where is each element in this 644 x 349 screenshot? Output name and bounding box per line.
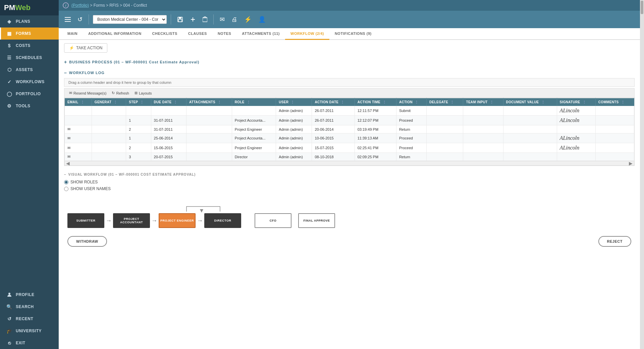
save-button[interactable] [175,15,185,24]
col-attachments[interactable]: ATTACHMENTS ⋮ [186,98,232,106]
info-icon[interactable]: i [63,2,69,8]
layouts-button[interactable]: ⊞ Layouts [132,90,154,96]
topbar: i (Portfolio) > Forms > RFIS > 004 - Con… [59,0,640,11]
delete-button[interactable] [201,15,209,24]
radio-show-roles[interactable] [64,180,68,184]
scrollbar-thumb[interactable] [641,1,643,14]
take-action-label: TAKE ACTION [76,46,102,50]
radio-show-users-text: SHOW USER NAMES [70,186,111,191]
business-process-header[interactable]: + BUSINESS PROCESS (01 – WF-000001 Cost … [64,59,635,65]
right-scrollbar[interactable] [640,0,644,349]
col-step[interactable]: STEP ⋮ [126,98,151,106]
radio-group: SHOW ROLES SHOW USER NAMES [64,180,635,191]
action-button[interactable]: ⚡ [242,14,254,24]
col-document-value[interactable]: DOCUMENT VALUE ⋮ [503,98,557,106]
workflows-icon: ✓ [6,79,13,84]
col-comments[interactable]: COMMENTS ⋮ [595,98,634,106]
refresh-icon: ↻ [112,91,115,95]
col-delegate[interactable]: DELEGATE ⋮ [427,98,463,106]
tab-attachments[interactable]: ATTACHMENTS (11) [236,28,285,40]
menu-button[interactable] [63,16,73,23]
search-icon: 🔍 [6,304,13,309]
col-email[interactable]: EMAIL ⋮ [65,98,92,106]
sidebar-item-search[interactable]: 🔍 SEARCH [0,301,59,313]
resend-messages-button[interactable]: ✉ Resend Message(s) [67,90,108,96]
workflow-log-header[interactable]: – WORKFLOW LOG [64,70,635,75]
wf-arrow-3: → [196,217,204,224]
sidebar-item-forms[interactable]: ▦ FORMS [0,27,59,40]
wf-node-director[interactable]: DIRECTOR [204,213,241,228]
add-button[interactable] [188,15,198,24]
col-role[interactable]: ROLE ⋮ [232,98,276,106]
tab-clauses[interactable]: CLAUSES [183,28,212,40]
radio-show-users-label[interactable]: SHOW USER NAMES [64,186,635,191]
sidebar-item-workflows[interactable]: ✓ WORKFLOWS [0,76,59,88]
sidebar-item-recent[interactable]: ↺ RECENT [0,313,59,325]
breadcrumb-portfolio[interactable]: (Portfolio) [71,3,89,8]
visual-workflow-section: – VISUAL WORKFLOW (01 – WF-000001 COST E… [64,173,635,260]
scroll-right-icon[interactable]: ▶ [628,161,634,166]
print-button[interactable]: 🖨 [229,15,239,24]
col-signature[interactable]: SIGNATURE ⋮ [557,98,595,106]
wf-node-final-approve[interactable]: FINAL APPROVE [298,213,335,228]
user-button[interactable]: 👤 [256,14,268,24]
wf-node-cfo[interactable]: CFO [255,213,291,228]
table-row: ✉125-06-2014Project Accounta...Admin (ad… [65,133,634,143]
refresh-button[interactable]: ↻ Refresh [110,90,131,96]
exit-icon: ⎋ [6,340,13,346]
sidebar-item-label: FORMS [16,31,31,36]
tab-checklists[interactable]: CHECKLISTS [147,28,183,40]
project-selector[interactable]: Boston Medical Center - 004 - Confl [93,15,167,24]
col-due-date[interactable]: DUE DATE ⋮ [151,98,186,106]
wf-actions-spacer [114,236,592,247]
sidebar-item-university[interactable]: 🎓 UNIVERSITY [0,325,59,337]
col-user[interactable]: USER ⋮ [276,98,312,106]
sidebar-item-schedules[interactable]: ☰ SCHEDULES [0,52,59,64]
sidebar-item-label: SEARCH [16,304,34,309]
withdraw-button[interactable]: WITHDRAW [67,236,107,247]
sidebar-item-label: EXIT [16,341,25,345]
content-area: ⚡ TAKE ACTION + BUSINESS PROCESS (01 – W… [59,40,640,349]
sidebar-item-plans[interactable]: ◈ PLANS [0,15,59,27]
svg-rect-6 [178,19,182,22]
schedules-icon: ☰ [6,55,13,60]
sidebar-item-assets[interactable]: ⬡ ASSETS [0,64,59,76]
sidebar-item-tools[interactable]: ⚙ TOOLS [0,100,59,112]
radio-show-roles-label[interactable]: SHOW ROLES [64,180,635,184]
layouts-icon: ⊞ [135,91,138,95]
reject-button[interactable]: REJECT [598,236,631,247]
sidebar-item-portfolio[interactable]: ◯ PORTFOLIO [0,88,59,100]
tab-notes[interactable]: NOTES [212,28,236,40]
wf-node-project-engineer[interactable]: PROJECT ENGINEER [159,213,196,228]
tab-additional[interactable]: ADDITIONAL INFORMATION [83,28,147,40]
tab-notifications[interactable]: NOTIFICATIONS (9) [329,28,377,40]
col-generat[interactable]: GENERAT ⋮ [92,98,126,106]
take-action-button[interactable]: ⚡ TAKE ACTION [64,43,107,53]
col-action[interactable]: ACTION ⋮ [396,98,426,106]
sidebar-item-label: WORKFLOWS [16,79,45,84]
recent-icon: ↺ [6,316,13,322]
take-action-container: ⚡ TAKE ACTION [64,43,635,53]
tab-main[interactable]: MAIN [62,28,83,40]
wf-node-submitter[interactable]: SUBMITTER [67,213,104,228]
wf-arrow-2: → [150,217,159,224]
wf-node-project-accountant[interactable]: PROJECT ACCOUNTANT [113,213,150,228]
scroll-left-icon[interactable]: ◀ [65,161,71,166]
col-action-time[interactable]: ACTION TIME ⋮ [355,98,396,106]
radio-show-users[interactable] [64,187,68,191]
svg-marker-12 [200,209,203,213]
sidebar-item-profile[interactable]: PROFILE [0,289,59,301]
email-small-icon: ✉ [69,91,72,95]
col-action-date[interactable]: ACTION DATE ⋮ [312,98,355,106]
sidebar: PMWeb ◈ PLANS ▦ FORMS $ COSTS ☰ SCHEDULE… [0,0,59,349]
tab-workflow[interactable]: WORKFLOW (2/4) [285,28,329,40]
sidebar-item-exit[interactable]: ⎋ EXIT [0,337,59,349]
table-scrollbar[interactable]: ◀ ▶ [64,161,634,166]
undo-button[interactable]: ↺ [75,14,85,24]
toolbar-sep-1 [89,14,89,24]
radio-show-roles-text: SHOW ROLES [70,180,98,184]
sidebar-item-costs[interactable]: $ COSTS [0,40,59,52]
col-team-input[interactable]: TEAM INPUT ⋮ [463,98,503,106]
email-button[interactable]: ✉ [218,14,227,24]
workflow-table-wrapper: EMAIL ⋮ GENERAT ⋮ STEP ⋮ DUE DATE ⋮ ATTA… [64,98,635,166]
